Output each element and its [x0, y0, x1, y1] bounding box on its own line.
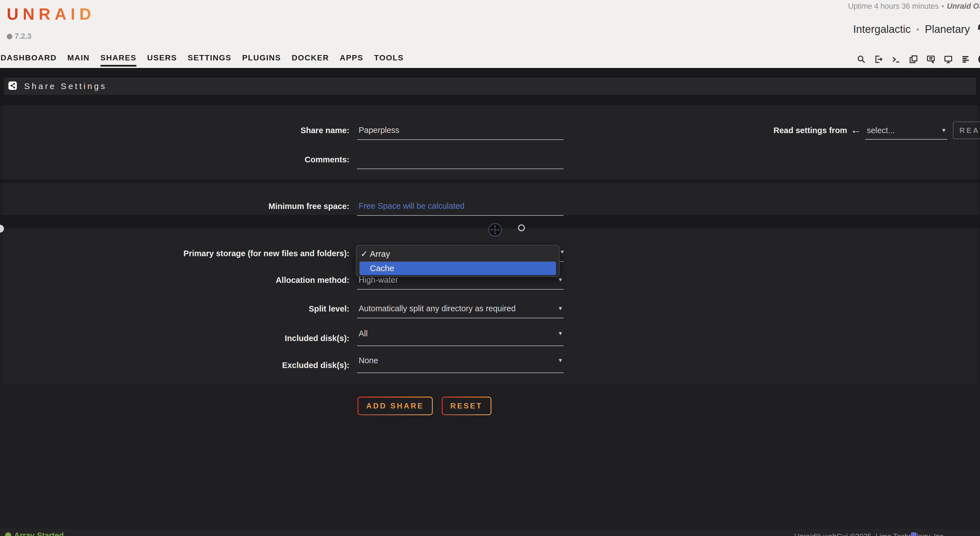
uptime-text: Uptime 4 hours 36 minutes — [848, 2, 939, 10]
share-name-label: Share name: — [0, 121, 349, 140]
chevron-down-icon: ▼ — [560, 249, 565, 255]
excluded-disks-value: None — [359, 354, 378, 367]
chevron-down-icon: ▼ — [558, 299, 563, 318]
included-disks-value: All — [359, 327, 368, 340]
comments-field — [357, 150, 563, 169]
nav-item-apps[interactable]: APPS — [340, 53, 363, 65]
chevron-down-icon: ▼ — [941, 121, 947, 140]
nav-item-main[interactable]: MAIN — [67, 53, 90, 65]
read-settings-select[interactable]: select... ▼ — [865, 121, 947, 140]
included-disks-label: Included disk(s): — [0, 327, 349, 339]
unraid-share-settings-screen: UNRAID 7.2.3 Uptime 4 hours 36 minutes•U… — [0, 0, 980, 536]
notifications-bell-icon[interactable] — [975, 23, 980, 36]
main-nav: DASHBOARD MAIN SHARES USERS SETTINGS PLU… — [0, 53, 404, 67]
arrow-left-icon: ← — [851, 124, 861, 136]
split-level-value: Automatically split any directory as req… — [359, 299, 515, 318]
nav-item-docker[interactable]: DOCKER — [291, 53, 329, 65]
reset-button[interactable]: RESET — [442, 397, 492, 415]
page-title-bar: Share Settings — [4, 78, 976, 95]
logout-icon[interactable] — [874, 54, 883, 64]
excluded-disks-label: Excluded disk(s): — [0, 354, 349, 366]
share-name-field — [357, 121, 563, 140]
dropdown-option-label: Cache — [370, 263, 394, 273]
split-level-label: Split level: — [0, 299, 349, 318]
share-settings-icon — [8, 81, 17, 91]
footer-bar: Array Started Unraid® webGui ©2025, Lime… — [0, 529, 980, 536]
dot-separator: • — [942, 2, 944, 10]
top-header: UNRAID 7.2.3 Uptime 4 hours 36 minutes•U… — [0, 0, 980, 69]
server-name: Intergalactic — [853, 23, 911, 35]
primary-storage-dropdown: ✓ Array Cache — [356, 245, 560, 277]
dropdown-option-label: Array — [370, 249, 390, 258]
move-cursor-icon — [488, 222, 502, 238]
included-disks-row: Included disk(s): All ▼ — [0, 327, 980, 346]
select-underline-stub — [559, 261, 563, 262]
uptime-line: Uptime 4 hours 36 minutes•Unraid OS Star… — [848, 2, 980, 11]
nav-utility-icons — [856, 54, 980, 65]
check-icon: ✓ — [361, 247, 368, 261]
primary-storage-label: Primary storage (for new files and folde… — [0, 244, 349, 263]
nav-item-users[interactable]: USERS — [147, 53, 177, 65]
user-avatar-icon[interactable] — [978, 54, 980, 65]
status-dot-icon — [5, 532, 11, 536]
copyright-text: Unraid® webGui ©2025, Lime Technology, I… — [794, 532, 945, 536]
split-level-select[interactable]: Automatically split any directory as req… — [357, 299, 563, 318]
dropdown-option-cache[interactable]: Cache — [360, 262, 556, 275]
feedback-icon[interactable] — [926, 54, 935, 64]
read-settings-select-value: select... — [867, 121, 895, 140]
dot-separator: • — [916, 25, 920, 34]
add-share-button-label: ADD SHARE — [358, 397, 432, 414]
dropdown-option-array[interactable]: ✓ Array — [356, 247, 559, 261]
nav-item-plugins[interactable]: PLUGINS — [242, 53, 281, 65]
nav-item-dashboard[interactable]: DASHBOARD — [0, 53, 57, 65]
excluded-disks-row: Excluded disk(s): None ▼ — [0, 354, 980, 373]
cursor-ring-icon — [518, 225, 525, 231]
min-free-space-field — [357, 197, 563, 216]
server-identity: Intergalactic • Planetary — [853, 23, 980, 36]
min-free-space-row: Minimum free space: — [0, 197, 980, 216]
terminal-icon[interactable] — [891, 54, 901, 64]
comments-input[interactable] — [357, 150, 563, 169]
unraid-logo[interactable]: UNRAID — [7, 5, 95, 23]
read-settings-label: Read settings from — [773, 126, 847, 135]
panel-divider — [0, 180, 980, 183]
server-description: Planetary — [925, 23, 970, 35]
reset-button-label: RESET — [442, 397, 490, 414]
lime-tech-icon — [911, 532, 916, 536]
search-icon[interactable] — [856, 54, 866, 64]
log-icon[interactable] — [961, 54, 970, 64]
comments-row: Comments: — [0, 150, 980, 169]
array-status: Array Started — [5, 531, 64, 536]
nav-item-tools[interactable]: TOOLS — [374, 53, 404, 65]
monitor-icon[interactable] — [943, 54, 953, 64]
version-indicator: 7.2.3 — [7, 32, 32, 41]
included-disks-select[interactable]: All ▼ — [357, 327, 563, 346]
form-actions: ADD SHARE RESET — [358, 397, 492, 415]
share-name-input[interactable] — [357, 121, 563, 139]
read-settings-group: Read settings from ← select... ▼ READ — [773, 121, 980, 140]
copy-icon[interactable] — [909, 54, 918, 64]
comments-label: Comments: — [0, 150, 349, 169]
os-edition: Unraid OS Starter — [947, 2, 980, 10]
split-level-row: Split level: Automatically split any dir… — [0, 299, 980, 318]
nav-item-settings[interactable]: SETTINGS — [188, 53, 232, 65]
nav-item-shares[interactable]: SHARES — [100, 53, 137, 67]
chevron-down-icon: ▼ — [558, 327, 563, 340]
allocation-method-label: Allocation method: — [0, 271, 349, 290]
read-button[interactable]: READ — [953, 121, 980, 139]
min-free-space-label: Minimum free space: — [0, 197, 349, 216]
add-share-button[interactable]: ADD SHARE — [358, 397, 433, 415]
version-number: 7.2.3 — [14, 32, 32, 41]
page-title: Share Settings — [24, 81, 107, 91]
excluded-disks-select[interactable]: None ▼ — [357, 354, 563, 373]
chevron-down-icon: ▼ — [558, 354, 563, 367]
array-status-text: Array Started — [14, 531, 64, 536]
case-icon — [7, 34, 12, 39]
min-free-space-input[interactable] — [357, 197, 563, 215]
